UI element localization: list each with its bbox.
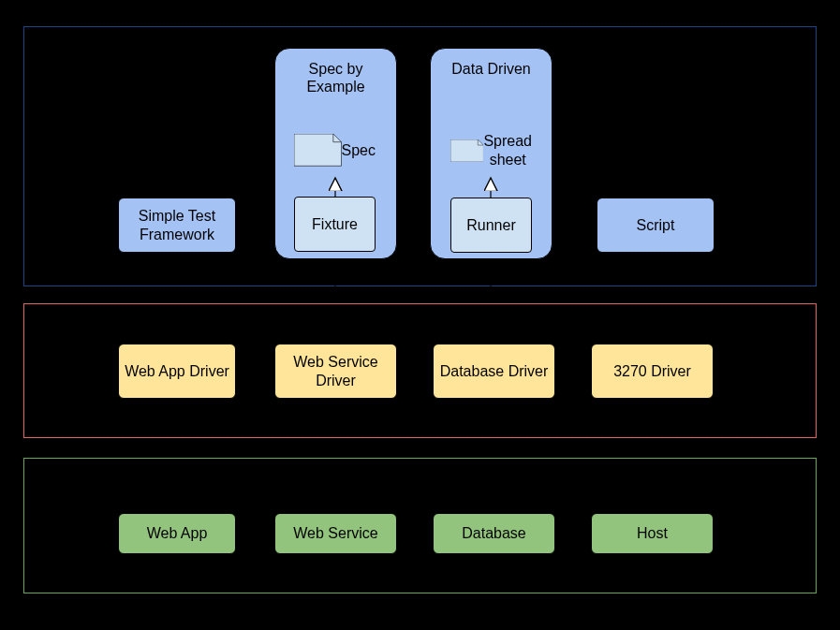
- label-3270-driver: 3270 Driver: [613, 362, 691, 380]
- box-web-app-driver: Web App Driver: [118, 344, 236, 399]
- box-fixture: Fixture: [294, 197, 376, 252]
- box-database-driver: Database Driver: [433, 344, 555, 399]
- label-spreadsheet: Spread sheet: [483, 132, 532, 168]
- label-fixture: Fixture: [312, 215, 358, 233]
- box-script: Script: [597, 198, 715, 253]
- box-host: Host: [591, 513, 714, 554]
- label-spec-by-example-title: Spec by Example: [279, 60, 392, 95]
- box-simple-test-framework: Simple Test Framework: [118, 198, 236, 253]
- box-web-app: Web App: [118, 513, 236, 554]
- label-database: Database: [462, 524, 526, 542]
- label-web-service-driver: Web Service Driver: [279, 353, 392, 388]
- label-simple-test-framework: Simple Test Framework: [123, 207, 231, 242]
- note-spreadsheet: Spread sheet: [450, 123, 532, 178]
- box-web-service: Web Service: [274, 513, 397, 554]
- label-runner: Runner: [466, 216, 515, 234]
- box-web-service-driver: Web Service Driver: [274, 344, 397, 399]
- box-3270-driver: 3270 Driver: [591, 344, 714, 399]
- box-runner: Runner: [450, 198, 532, 253]
- box-database: Database: [433, 513, 555, 554]
- label-spec: Spec: [342, 141, 376, 159]
- label-web-app: Web App: [147, 524, 208, 542]
- label-web-service: Web Service: [293, 524, 377, 542]
- label-web-app-driver: Web App Driver: [125, 362, 229, 380]
- note-spec: Spec: [294, 123, 376, 178]
- label-host: Host: [637, 524, 668, 542]
- label-database-driver: Database Driver: [440, 362, 549, 380]
- label-script: Script: [637, 216, 675, 234]
- label-data-driven-title: Data Driven: [451, 60, 530, 78]
